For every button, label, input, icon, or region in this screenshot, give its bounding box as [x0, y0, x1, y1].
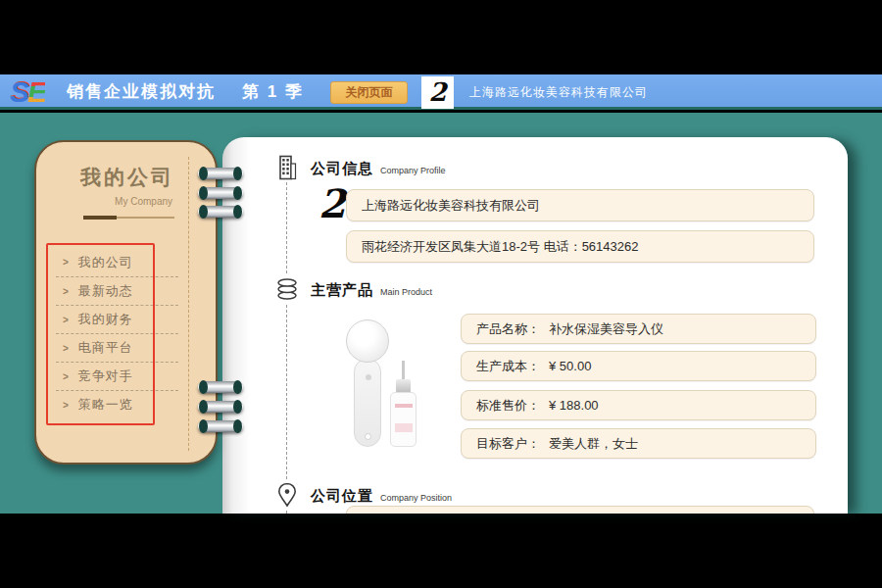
sidebar-item-strategy-overview[interactable]: > 策略一览	[56, 390, 178, 418]
sidebar-item-label: 最新动态	[78, 282, 133, 300]
company-address-field[interactable]: 雨花经济开发区凤集大道18-2号 电话：56143262	[346, 230, 814, 263]
binder-ring	[198, 168, 243, 179]
company-address-value: 雨花经济开发区凤集大道18-2号 电话：56143262	[362, 238, 638, 256]
sidebar-item-competitors[interactable]: > 竞争对手	[56, 362, 178, 390]
sidebar-item-label: 电商平台	[78, 339, 133, 357]
product-name-field[interactable]: 产品名称： 补水保湿美容导入仪	[461, 314, 816, 344]
company-position-field[interactable]	[346, 506, 814, 514]
production-cost-value: ¥ 50.00	[549, 359, 591, 373]
notebook-page: 公司信息Company Profile 2 上海路远化妆美容科技有限公司 雨花经…	[222, 137, 848, 514]
product-image	[294, 310, 451, 465]
chevron-right-icon: >	[63, 371, 70, 382]
season-indicator: 第 1 季	[242, 74, 304, 110]
sidebar-divider	[83, 216, 174, 220]
close-page-button[interactable]: 关闭页面	[330, 81, 408, 104]
company-name-field[interactable]: 上海路远化妆美容科技有限公司	[346, 189, 814, 221]
company-position-subtitle: Company Position	[380, 493, 452, 503]
company-logo-mark-small: 2	[316, 182, 349, 225]
se-logo-letter-e: E	[27, 75, 45, 108]
production-cost-label: 生产成本：	[476, 358, 540, 375]
chevron-right-icon: >	[63, 315, 70, 325]
target-customer-label: 目标客户：	[476, 435, 540, 453]
binder-ring	[198, 420, 243, 432]
sidebar-item-label: 我的财务	[78, 311, 133, 328]
sidebar-item-latest-news[interactable]: > 最新动态	[56, 276, 178, 305]
standard-price-label: 标准售价：	[476, 397, 540, 415]
product-name-label: 产品名称：	[476, 320, 540, 338]
se-app-logo: SE	[10, 74, 45, 110]
company-logo-mark: 2	[421, 76, 454, 109]
serum-bottle-body	[390, 392, 416, 447]
serum-bottle-label-2	[395, 423, 413, 432]
standard-price-field[interactable]: 标准售价： ¥ 188.00	[461, 390, 816, 420]
main-product-title: 主营产品	[311, 281, 373, 298]
production-cost-field[interactable]: 生产成本： ¥ 50.00	[461, 351, 816, 381]
sidebar-item-my-company[interactable]: > 我的公司	[56, 248, 178, 276]
sidebar: 我的公司 My Company > 我的公司 > 最新动态 > 我的财务 > 电…	[34, 140, 218, 465]
company-profile-header: 公司信息Company Profile	[311, 160, 446, 178]
target-customer-field[interactable]: 目标客户： 爱美人群，女士	[461, 428, 816, 459]
sidebar-item-ecommerce-platform[interactable]: > 电商平台	[56, 333, 178, 362]
company-profile-title: 公司信息	[311, 160, 373, 176]
sidebar-item-label: 策略一览	[78, 396, 133, 414]
sidebar-item-label: 竞争对手	[78, 368, 133, 385]
sidebar-divider-line	[117, 217, 174, 219]
company-position-title: 公司位置	[311, 487, 373, 504]
top-header-bar: SE 销售企业模拟对抗 第 1 季 关闭页面 2 上海路远化妆美容科技有限公司	[0, 74, 882, 110]
company-logo: 2	[421, 76, 454, 109]
location-pin-icon	[271, 480, 303, 510]
chevron-right-icon: >	[63, 343, 70, 354]
binder-ring	[198, 401, 243, 413]
product-stack-icon	[271, 274, 303, 304]
serum-bottle-cap	[396, 379, 411, 393]
sidebar-dashed-edge	[188, 157, 189, 451]
company-name-value: 上海路远化妆美容科技有限公司	[362, 197, 540, 215]
sidebar-item-my-finance[interactable]: > 我的财务	[56, 305, 178, 333]
building-icon	[271, 153, 303, 182]
sidebar-item-label: 我的公司	[78, 254, 133, 271]
company-profile-subtitle: Company Profile	[380, 166, 446, 175]
app-window: SE 销售企业模拟对抗 第 1 季 关闭页面 2 上海路远化妆美容科技有限公司	[0, 0, 882, 588]
beauty-device-head	[346, 319, 389, 363]
product-name-value: 补水保湿美容导入仪	[549, 320, 663, 338]
binder-ring	[198, 381, 243, 393]
section-timeline-line	[286, 182, 287, 514]
header-company-name: 上海路远化妆美容科技有限公司	[469, 74, 648, 110]
app-title: 销售企业模拟对抗	[67, 74, 216, 110]
beauty-device-hole	[365, 433, 371, 440]
se-logo-letter-s: S	[10, 75, 27, 108]
chevron-right-icon: >	[63, 257, 70, 268]
main-product-header: 主营产品Main Product	[311, 281, 432, 300]
binder-ring	[198, 206, 243, 218]
serum-bottle-label	[395, 404, 413, 408]
chevron-right-icon: >	[63, 286, 70, 297]
company-position-header: 公司位置Company Position	[311, 487, 452, 506]
chevron-right-icon: >	[63, 400, 70, 411]
target-customer-value: 爱美人群，女士	[549, 435, 638, 453]
main-product-subtitle: Main Product	[380, 287, 432, 297]
sidebar-menu: > 我的公司 > 最新动态 > 我的财务 > 电商平台 > 竞争对手 > 策略一…	[56, 248, 178, 418]
beauty-device-button	[366, 374, 371, 380]
standard-price-value: ¥ 188.00	[549, 398, 599, 413]
sidebar-divider-accent	[83, 216, 117, 220]
binder-ring	[198, 187, 243, 199]
